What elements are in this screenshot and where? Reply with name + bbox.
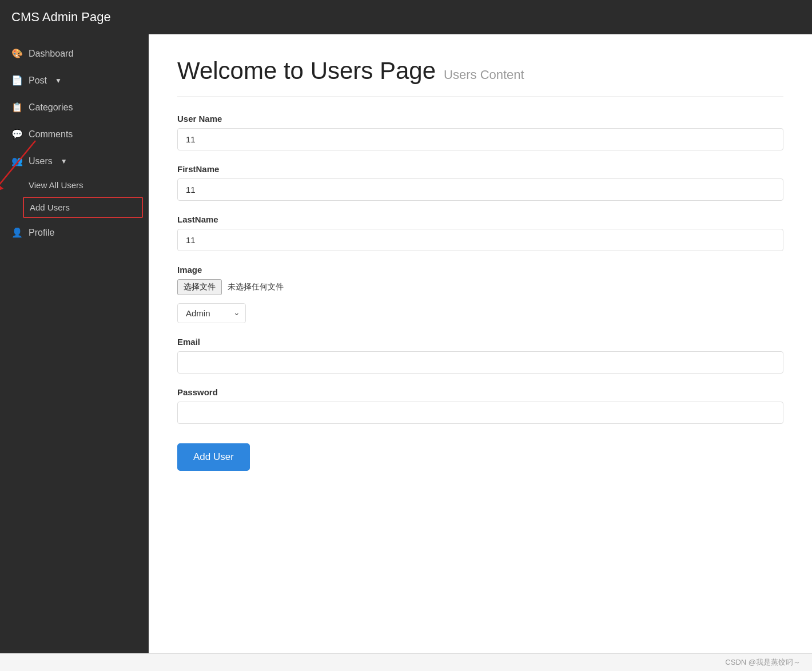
role-select-wrapper: Admin Editor Subscriber bbox=[177, 303, 246, 323]
profile-icon: 👤 bbox=[11, 227, 23, 238]
file-input-row: 选择文件 未选择任何文件 bbox=[177, 279, 783, 295]
email-input[interactable] bbox=[177, 351, 783, 374]
email-label: Email bbox=[177, 337, 783, 347]
form-group-image: Image 选择文件 未选择任何文件 Admin Editor Subscrib… bbox=[177, 265, 783, 323]
chevron-down-icon: ▼ bbox=[61, 157, 67, 165]
username-input[interactable] bbox=[177, 128, 783, 150]
password-label: Password bbox=[177, 387, 783, 397]
sidebar-item-dashboard[interactable]: 🎨 Dashboard bbox=[0, 40, 149, 67]
post-icon: 📄 bbox=[11, 75, 23, 86]
sidebar-item-post[interactable]: 📄 Post ▼ bbox=[0, 67, 149, 94]
sidebar: 🎨 Dashboard 📄 Post ▼ 📋 Categories 💬 Comm… bbox=[0, 34, 149, 653]
sidebar-item-categories[interactable]: 📋 Categories bbox=[0, 94, 149, 121]
page-subtitle: Users Content bbox=[444, 68, 524, 82]
users-icon: 👥 bbox=[11, 156, 23, 166]
main-content: Welcome to Users Page Users Content User… bbox=[149, 34, 812, 653]
page-title-row: Welcome to Users Page Users Content bbox=[177, 57, 783, 97]
form-group-lastname: LastName bbox=[177, 215, 783, 251]
sidebar-item-users[interactable]: 👥 Users ▼ bbox=[0, 148, 149, 174]
sidebar-item-profile[interactable]: 👤 Profile bbox=[0, 219, 149, 246]
form-group-username: User Name bbox=[177, 114, 783, 150]
lastname-label: LastName bbox=[177, 215, 783, 224]
password-input[interactable] bbox=[177, 402, 783, 424]
image-label: Image bbox=[177, 265, 783, 275]
sidebar-item-view-all-users[interactable]: View All Users bbox=[0, 174, 149, 196]
sidebar-item-label: Categories bbox=[29, 102, 73, 113]
chevron-down-icon: ▼ bbox=[55, 77, 62, 85]
sidebar-item-add-users[interactable]: Add Users bbox=[23, 197, 143, 218]
sidebar-item-label: Dashboard bbox=[29, 49, 73, 59]
form-group-password: Password bbox=[177, 387, 783, 424]
dashboard-icon: 🎨 bbox=[11, 48, 23, 59]
sidebar-item-label: Post bbox=[29, 76, 47, 86]
sidebar-item-label: Profile bbox=[29, 228, 54, 238]
file-no-file-label: 未选择任何文件 bbox=[228, 282, 284, 292]
firstname-label: FirstName bbox=[177, 164, 783, 174]
users-submenu: View All Users Add Users bbox=[0, 174, 149, 218]
file-choose-button[interactable]: 选择文件 bbox=[177, 279, 222, 295]
footer-bar: CSDN @我是蒸饺叼～ bbox=[0, 653, 812, 671]
add-user-button[interactable]: Add User bbox=[177, 443, 250, 471]
page-title: Welcome to Users Page bbox=[177, 57, 436, 85]
form-group-email: Email bbox=[177, 337, 783, 374]
form-group-firstname: FirstName bbox=[177, 164, 783, 201]
lastname-input[interactable] bbox=[177, 229, 783, 251]
role-select[interactable]: Admin Editor Subscriber bbox=[177, 303, 246, 323]
footer-text: CSDN @我是蒸饺叼～ bbox=[725, 658, 801, 666]
username-label: User Name bbox=[177, 114, 783, 124]
firstname-input[interactable] bbox=[177, 178, 783, 201]
sidebar-item-comments[interactable]: 💬 Comments bbox=[0, 121, 149, 148]
app-title: CMS Admin Page bbox=[11, 10, 111, 25]
comments-icon: 💬 bbox=[11, 129, 23, 140]
add-user-form: User Name FirstName LastName Image 选择文件 bbox=[177, 114, 783, 471]
sidebar-item-label: Comments bbox=[29, 129, 73, 140]
sidebar-item-label: Users bbox=[29, 156, 53, 166]
categories-icon: 📋 bbox=[11, 102, 23, 113]
top-bar: CMS Admin Page bbox=[0, 0, 812, 34]
